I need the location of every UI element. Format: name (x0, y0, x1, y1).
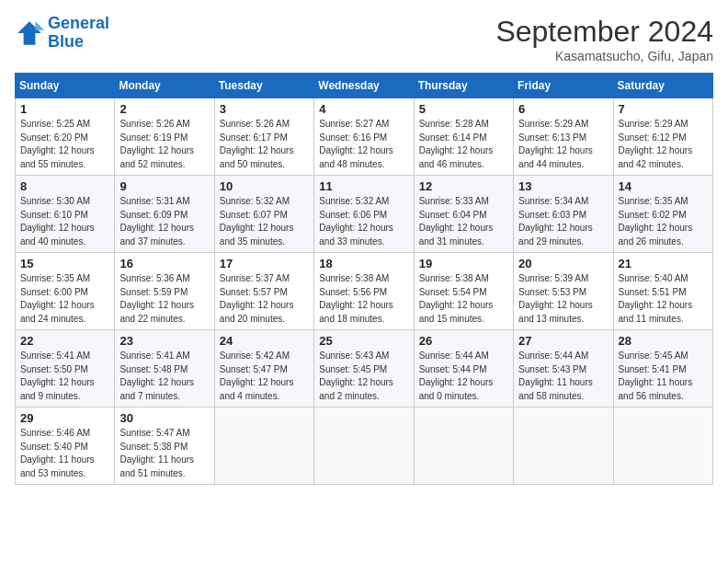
day-cell-14: 14Sunrise: 5:35 AM Sunset: 6:02 PM Dayli… (613, 176, 712, 253)
day-info: Sunrise: 5:34 AM Sunset: 6:03 PM Dayligh… (518, 195, 608, 248)
calendar-row: 8Sunrise: 5:30 AM Sunset: 6:10 PM Daylig… (16, 176, 713, 253)
title-block: September 2024 Kasamatsucho, Gifu, Japan (495, 15, 713, 63)
empty-cell (414, 408, 513, 485)
day-info: Sunrise: 5:36 AM Sunset: 5:59 PM Dayligh… (119, 272, 209, 326)
day-cell-2: 2Sunrise: 5:26 AM Sunset: 6:19 PM Daylig… (115, 98, 214, 176)
day-number: 24 (220, 334, 309, 348)
logo-icon (15, 18, 44, 48)
day-cell-29: 29Sunrise: 5:46 AM Sunset: 5:40 PM Dayli… (16, 408, 115, 485)
day-number: 13 (518, 179, 608, 193)
day-header-thursday: Thursday (414, 74, 513, 98)
day-number: 30 (119, 411, 209, 425)
day-cell-30: 30Sunrise: 5:47 AM Sunset: 5:38 PM Dayli… (115, 408, 214, 485)
day-number: 25 (319, 334, 408, 348)
day-cell-19: 19Sunrise: 5:38 AM Sunset: 5:54 PM Dayli… (414, 253, 513, 330)
day-cell-8: 8Sunrise: 5:30 AM Sunset: 6:10 PM Daylig… (16, 176, 115, 253)
day-info: Sunrise: 5:29 AM Sunset: 6:13 PM Dayligh… (518, 118, 608, 171)
day-cell-27: 27Sunrise: 5:44 AM Sunset: 5:43 PM Dayli… (514, 330, 613, 408)
day-info: Sunrise: 5:26 AM Sunset: 6:17 PM Dayligh… (220, 118, 309, 171)
svg-marker-1 (35, 21, 44, 30)
page-header: General Blue September 2024 Kasamatsucho… (15, 15, 713, 63)
day-info: Sunrise: 5:33 AM Sunset: 6:04 PM Dayligh… (419, 195, 508, 248)
calendar-row: 29Sunrise: 5:46 AM Sunset: 5:40 PM Dayli… (16, 408, 713, 485)
day-info: Sunrise: 5:44 AM Sunset: 5:44 PM Dayligh… (419, 350, 508, 403)
day-header-monday: Monday (115, 74, 214, 98)
day-cell-3: 3Sunrise: 5:26 AM Sunset: 6:17 PM Daylig… (214, 98, 313, 176)
day-header-sunday: Sunday (16, 74, 115, 98)
day-number: 8 (20, 179, 109, 193)
day-info: Sunrise: 5:29 AM Sunset: 6:12 PM Dayligh… (619, 118, 708, 171)
day-cell-4: 4Sunrise: 5:27 AM Sunset: 6:16 PM Daylig… (314, 98, 414, 176)
empty-cell (314, 408, 414, 485)
day-number: 15 (20, 257, 109, 270)
day-cell-7: 7Sunrise: 5:29 AM Sunset: 6:12 PM Daylig… (613, 98, 712, 176)
calendar-table: SundayMondayTuesdayWednesdayThursdayFrid… (15, 73, 713, 485)
day-header-wednesday: Wednesday (314, 74, 414, 98)
month-title: September 2024 (495, 15, 713, 49)
day-cell-25: 25Sunrise: 5:43 AM Sunset: 5:45 PM Dayli… (314, 330, 414, 408)
day-cell-15: 15Sunrise: 5:35 AM Sunset: 6:00 PM Dayli… (16, 253, 115, 330)
day-info: Sunrise: 5:39 AM Sunset: 5:53 PM Dayligh… (518, 272, 608, 326)
day-cell-28: 28Sunrise: 5:45 AM Sunset: 5:41 PM Dayli… (613, 330, 712, 408)
day-number: 14 (619, 179, 708, 193)
day-number: 16 (119, 257, 209, 270)
day-number: 18 (319, 257, 408, 270)
day-info: Sunrise: 5:41 AM Sunset: 5:48 PM Dayligh… (119, 350, 209, 403)
empty-cell (613, 408, 712, 485)
day-info: Sunrise: 5:28 AM Sunset: 6:14 PM Dayligh… (419, 118, 508, 171)
calendar-row: 1Sunrise: 5:25 AM Sunset: 6:20 PM Daylig… (16, 98, 713, 176)
day-cell-9: 9Sunrise: 5:31 AM Sunset: 6:09 PM Daylig… (115, 176, 214, 253)
location-text: Kasamatsucho, Gifu, Japan (495, 49, 713, 63)
day-number: 22 (20, 334, 109, 348)
day-cell-10: 10Sunrise: 5:32 AM Sunset: 6:07 PM Dayli… (214, 176, 313, 253)
day-cell-5: 5Sunrise: 5:28 AM Sunset: 6:14 PM Daylig… (414, 98, 513, 176)
day-info: Sunrise: 5:35 AM Sunset: 6:02 PM Dayligh… (619, 195, 708, 248)
day-info: Sunrise: 5:32 AM Sunset: 6:06 PM Dayligh… (319, 195, 408, 248)
day-number: 21 (619, 257, 708, 270)
day-cell-22: 22Sunrise: 5:41 AM Sunset: 5:50 PM Dayli… (16, 330, 115, 408)
day-info: Sunrise: 5:42 AM Sunset: 5:47 PM Dayligh… (220, 350, 309, 403)
day-info: Sunrise: 5:25 AM Sunset: 6:20 PM Dayligh… (20, 118, 109, 171)
empty-cell (214, 408, 313, 485)
day-info: Sunrise: 5:37 AM Sunset: 5:57 PM Dayligh… (220, 272, 309, 326)
day-number: 19 (419, 257, 508, 270)
day-cell-11: 11Sunrise: 5:32 AM Sunset: 6:06 PM Dayli… (314, 176, 414, 253)
day-info: Sunrise: 5:31 AM Sunset: 6:09 PM Dayligh… (119, 195, 209, 248)
day-number: 5 (419, 102, 508, 116)
day-number: 10 (220, 179, 309, 193)
day-number: 23 (119, 334, 209, 348)
day-info: Sunrise: 5:41 AM Sunset: 5:50 PM Dayligh… (20, 350, 109, 403)
empty-cell (514, 408, 613, 485)
calendar-row: 15Sunrise: 5:35 AM Sunset: 6:00 PM Dayli… (16, 253, 713, 330)
day-cell-16: 16Sunrise: 5:36 AM Sunset: 5:59 PM Dayli… (115, 253, 214, 330)
day-number: 28 (619, 334, 708, 348)
day-info: Sunrise: 5:45 AM Sunset: 5:41 PM Dayligh… (619, 350, 708, 403)
day-info: Sunrise: 5:32 AM Sunset: 6:07 PM Dayligh… (220, 195, 309, 248)
logo: General Blue (15, 15, 109, 52)
day-header-friday: Friday (514, 74, 613, 98)
day-cell-23: 23Sunrise: 5:41 AM Sunset: 5:48 PM Dayli… (115, 330, 214, 408)
day-header-saturday: Saturday (613, 74, 712, 98)
day-number: 4 (319, 102, 408, 116)
day-cell-1: 1Sunrise: 5:25 AM Sunset: 6:20 PM Daylig… (16, 98, 115, 176)
day-cell-21: 21Sunrise: 5:40 AM Sunset: 5:51 PM Dayli… (613, 253, 712, 330)
day-cell-26: 26Sunrise: 5:44 AM Sunset: 5:44 PM Dayli… (414, 330, 513, 408)
day-number: 11 (319, 179, 408, 193)
logo-text-line1: General (48, 15, 109, 33)
day-cell-20: 20Sunrise: 5:39 AM Sunset: 5:53 PM Dayli… (514, 253, 613, 330)
day-cell-12: 12Sunrise: 5:33 AM Sunset: 6:04 PM Dayli… (414, 176, 513, 253)
day-info: Sunrise: 5:44 AM Sunset: 5:43 PM Dayligh… (518, 350, 608, 403)
day-info: Sunrise: 5:46 AM Sunset: 5:40 PM Dayligh… (20, 427, 109, 480)
day-number: 26 (419, 334, 508, 348)
day-number: 17 (220, 257, 309, 270)
day-number: 27 (518, 334, 608, 348)
day-info: Sunrise: 5:43 AM Sunset: 5:45 PM Dayligh… (319, 350, 408, 403)
day-info: Sunrise: 5:35 AM Sunset: 6:00 PM Dayligh… (20, 272, 109, 326)
day-cell-24: 24Sunrise: 5:42 AM Sunset: 5:47 PM Dayli… (214, 330, 313, 408)
day-info: Sunrise: 5:27 AM Sunset: 6:16 PM Dayligh… (319, 118, 408, 171)
day-cell-17: 17Sunrise: 5:37 AM Sunset: 5:57 PM Dayli… (214, 253, 313, 330)
day-header-tuesday: Tuesday (214, 74, 313, 98)
day-number: 3 (220, 102, 309, 116)
day-info: Sunrise: 5:38 AM Sunset: 5:56 PM Dayligh… (319, 272, 408, 326)
day-cell-18: 18Sunrise: 5:38 AM Sunset: 5:56 PM Dayli… (314, 253, 414, 330)
